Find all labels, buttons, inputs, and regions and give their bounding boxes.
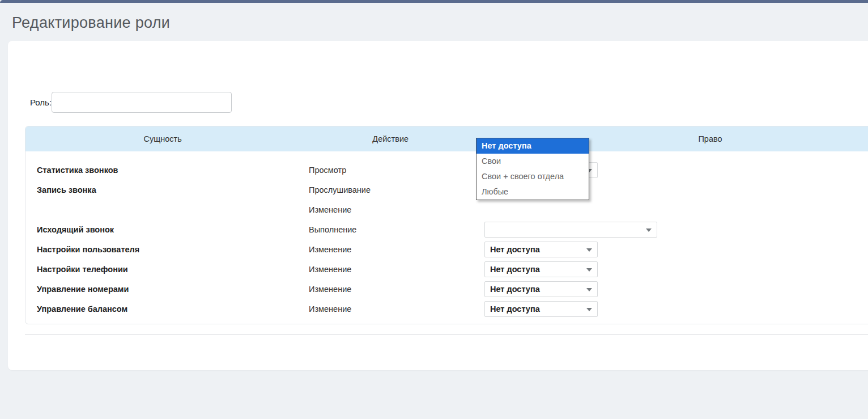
dropdown-option[interactable]: Свои + своего отдела <box>476 169 589 184</box>
table-row: Запись звонка Прослушивание <box>25 180 868 200</box>
right-select-value: Нет доступа <box>485 302 597 316</box>
edit-role-card: Роль: Сущность Действие Право Статистика… <box>8 41 868 370</box>
action-label: Выполнение <box>309 220 356 240</box>
chevron-down-icon <box>586 268 592 272</box>
role-input[interactable] <box>52 92 232 113</box>
table-row: Настройки телефонии Изменение Нет доступ… <box>25 260 868 280</box>
right-select[interactable] <box>484 222 657 238</box>
chevron-down-icon <box>586 288 592 291</box>
header-entity: Сущность <box>25 126 300 151</box>
table-row: Исходящий звонок Выполнение <box>25 220 868 240</box>
table-row: Управление балансом Изменение Нет доступ… <box>25 299 868 319</box>
right-select-value: Нет доступа <box>485 262 597 277</box>
table-row: Статистика звонков Просмотр Нет доступа <box>25 160 868 180</box>
action-label: Изменение <box>309 280 351 299</box>
entity-label: Управление номерами <box>37 280 129 299</box>
entity-label: Исходящий звонок <box>37 220 114 240</box>
action-label: Изменение <box>309 200 351 220</box>
role-label: Роль: <box>30 92 48 113</box>
right-select-value: Нет доступа <box>485 242 597 257</box>
entity-label: Управление балансом <box>37 299 127 319</box>
right-select[interactable]: Нет доступа <box>484 242 598 257</box>
page-title: Редактирование роли <box>12 14 170 32</box>
dropdown-option[interactable]: Любые <box>476 184 589 200</box>
window-accent-bar <box>0 0 868 3</box>
table-row: Настройки пользователя Изменение Нет дос… <box>25 240 868 260</box>
right-select[interactable]: Нет доступа <box>484 281 598 297</box>
table-row: Изменение <box>25 200 868 220</box>
action-label: Изменение <box>309 260 351 280</box>
action-label: Изменение <box>309 240 351 260</box>
right-select-dropdown: Нет доступа Свои Свои + своего отдела Лю… <box>476 138 589 200</box>
divider <box>25 334 868 335</box>
chevron-down-icon <box>646 228 652 232</box>
chevron-down-icon <box>586 308 592 311</box>
action-label: Изменение <box>309 299 351 319</box>
entity-label: Настройки телефонии <box>37 260 128 280</box>
entity-label: Статистика звонков <box>37 160 118 180</box>
right-select-value: Нет доступа <box>485 282 597 297</box>
dropdown-option[interactable]: Нет доступа <box>476 138 589 154</box>
entity-label: Настройки пользователя <box>37 240 139 260</box>
chevron-down-icon <box>586 248 592 252</box>
table-header-row: Сущность Действие Право <box>25 126 868 151</box>
right-select[interactable]: Нет доступа <box>484 261 598 277</box>
table-row: Управление номерами Изменение Нет доступ… <box>25 280 868 299</box>
entity-label: Запись звонка <box>37 180 96 200</box>
permissions-table: Сущность Действие Право Статистика звонк… <box>25 126 868 324</box>
right-select[interactable]: Нет доступа <box>484 301 598 317</box>
dropdown-option[interactable]: Свои <box>476 154 589 169</box>
action-label: Прослушивание <box>309 180 371 200</box>
action-label: Просмотр <box>309 160 346 180</box>
header-action: Действие <box>300 126 481 151</box>
